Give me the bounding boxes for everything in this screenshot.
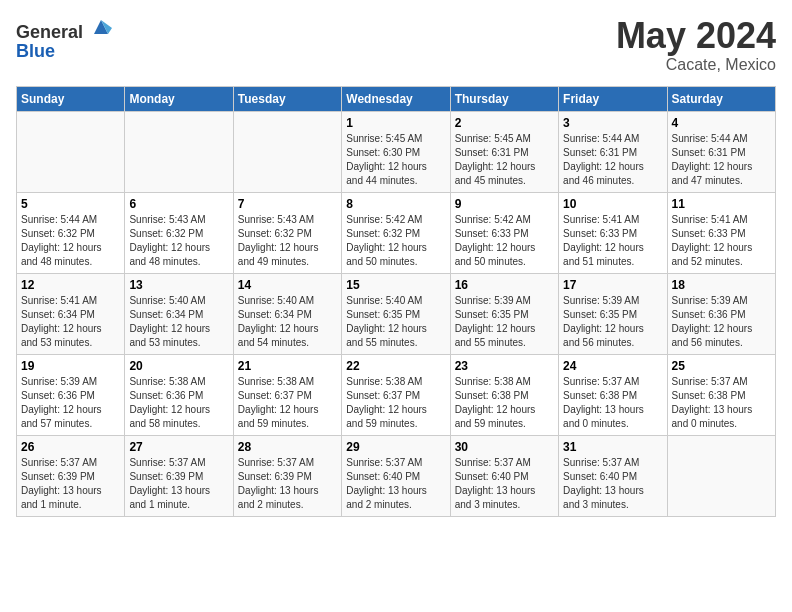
day-number: 29 — [346, 440, 445, 454]
day-info: Sunrise: 5:39 AM Sunset: 6:36 PM Dayligh… — [672, 294, 771, 350]
day-info: Sunrise: 5:42 AM Sunset: 6:32 PM Dayligh… — [346, 213, 445, 269]
day-number: 15 — [346, 278, 445, 292]
calendar-cell: 30Sunrise: 5:37 AM Sunset: 6:40 PM Dayli… — [450, 435, 558, 516]
day-info: Sunrise: 5:45 AM Sunset: 6:31 PM Dayligh… — [455, 132, 554, 188]
day-number: 20 — [129, 359, 228, 373]
day-number: 10 — [563, 197, 662, 211]
day-info: Sunrise: 5:37 AM Sunset: 6:38 PM Dayligh… — [672, 375, 771, 431]
day-number: 5 — [21, 197, 120, 211]
day-info: Sunrise: 5:42 AM Sunset: 6:33 PM Dayligh… — [455, 213, 554, 269]
calendar-body: 1Sunrise: 5:45 AM Sunset: 6:30 PM Daylig… — [17, 111, 776, 516]
calendar-week-row: 19Sunrise: 5:39 AM Sunset: 6:36 PM Dayli… — [17, 354, 776, 435]
calendar-cell — [17, 111, 125, 192]
day-number: 19 — [21, 359, 120, 373]
day-info: Sunrise: 5:37 AM Sunset: 6:40 PM Dayligh… — [563, 456, 662, 512]
day-info: Sunrise: 5:44 AM Sunset: 6:31 PM Dayligh… — [672, 132, 771, 188]
day-info: Sunrise: 5:44 AM Sunset: 6:31 PM Dayligh… — [563, 132, 662, 188]
calendar-cell: 9Sunrise: 5:42 AM Sunset: 6:33 PM Daylig… — [450, 192, 558, 273]
day-info: Sunrise: 5:37 AM Sunset: 6:39 PM Dayligh… — [238, 456, 337, 512]
day-info: Sunrise: 5:38 AM Sunset: 6:37 PM Dayligh… — [238, 375, 337, 431]
day-number: 23 — [455, 359, 554, 373]
calendar-cell: 19Sunrise: 5:39 AM Sunset: 6:36 PM Dayli… — [17, 354, 125, 435]
day-info: Sunrise: 5:37 AM Sunset: 6:38 PM Dayligh… — [563, 375, 662, 431]
logo-general: General — [16, 22, 83, 42]
day-info: Sunrise: 5:41 AM Sunset: 6:33 PM Dayligh… — [563, 213, 662, 269]
day-number: 24 — [563, 359, 662, 373]
calendar-title: May 2024 — [616, 16, 776, 56]
day-number: 17 — [563, 278, 662, 292]
day-info: Sunrise: 5:43 AM Sunset: 6:32 PM Dayligh… — [238, 213, 337, 269]
day-number: 27 — [129, 440, 228, 454]
day-number: 18 — [672, 278, 771, 292]
calendar-cell: 15Sunrise: 5:40 AM Sunset: 6:35 PM Dayli… — [342, 273, 450, 354]
header-row: Sunday Monday Tuesday Wednesday Thursday… — [17, 86, 776, 111]
logo-icon — [90, 16, 112, 38]
day-number: 26 — [21, 440, 120, 454]
calendar-cell: 6Sunrise: 5:43 AM Sunset: 6:32 PM Daylig… — [125, 192, 233, 273]
day-info: Sunrise: 5:37 AM Sunset: 6:40 PM Dayligh… — [455, 456, 554, 512]
header-wednesday: Wednesday — [342, 86, 450, 111]
calendar-cell: 31Sunrise: 5:37 AM Sunset: 6:40 PM Dayli… — [559, 435, 667, 516]
day-number: 11 — [672, 197, 771, 211]
calendar-cell: 21Sunrise: 5:38 AM Sunset: 6:37 PM Dayli… — [233, 354, 341, 435]
calendar-cell: 7Sunrise: 5:43 AM Sunset: 6:32 PM Daylig… — [233, 192, 341, 273]
day-number: 25 — [672, 359, 771, 373]
calendar-cell: 17Sunrise: 5:39 AM Sunset: 6:35 PM Dayli… — [559, 273, 667, 354]
day-info: Sunrise: 5:38 AM Sunset: 6:38 PM Dayligh… — [455, 375, 554, 431]
calendar-cell: 11Sunrise: 5:41 AM Sunset: 6:33 PM Dayli… — [667, 192, 775, 273]
day-number: 4 — [672, 116, 771, 130]
day-info: Sunrise: 5:37 AM Sunset: 6:40 PM Dayligh… — [346, 456, 445, 512]
day-info: Sunrise: 5:40 AM Sunset: 6:35 PM Dayligh… — [346, 294, 445, 350]
day-info: Sunrise: 5:40 AM Sunset: 6:34 PM Dayligh… — [129, 294, 228, 350]
day-info: Sunrise: 5:38 AM Sunset: 6:37 PM Dayligh… — [346, 375, 445, 431]
day-number: 7 — [238, 197, 337, 211]
calendar-cell: 25Sunrise: 5:37 AM Sunset: 6:38 PM Dayli… — [667, 354, 775, 435]
header-tuesday: Tuesday — [233, 86, 341, 111]
day-number: 2 — [455, 116, 554, 130]
calendar-subtitle: Cacate, Mexico — [616, 56, 776, 74]
calendar-cell: 13Sunrise: 5:40 AM Sunset: 6:34 PM Dayli… — [125, 273, 233, 354]
calendar-cell: 12Sunrise: 5:41 AM Sunset: 6:34 PM Dayli… — [17, 273, 125, 354]
calendar-cell: 20Sunrise: 5:38 AM Sunset: 6:36 PM Dayli… — [125, 354, 233, 435]
day-number: 30 — [455, 440, 554, 454]
calendar-week-row: 26Sunrise: 5:37 AM Sunset: 6:39 PM Dayli… — [17, 435, 776, 516]
logo: General Blue — [16, 16, 112, 61]
day-info: Sunrise: 5:39 AM Sunset: 6:35 PM Dayligh… — [563, 294, 662, 350]
page-header: General Blue May 2024 Cacate, Mexico — [16, 16, 776, 74]
day-info: Sunrise: 5:41 AM Sunset: 6:34 PM Dayligh… — [21, 294, 120, 350]
calendar-cell — [233, 111, 341, 192]
calendar-cell: 26Sunrise: 5:37 AM Sunset: 6:39 PM Dayli… — [17, 435, 125, 516]
title-block: May 2024 Cacate, Mexico — [616, 16, 776, 74]
calendar-cell: 1Sunrise: 5:45 AM Sunset: 6:30 PM Daylig… — [342, 111, 450, 192]
calendar-table: Sunday Monday Tuesday Wednesday Thursday… — [16, 86, 776, 517]
day-info: Sunrise: 5:43 AM Sunset: 6:32 PM Dayligh… — [129, 213, 228, 269]
day-info: Sunrise: 5:41 AM Sunset: 6:33 PM Dayligh… — [672, 213, 771, 269]
day-info: Sunrise: 5:38 AM Sunset: 6:36 PM Dayligh… — [129, 375, 228, 431]
calendar-cell: 28Sunrise: 5:37 AM Sunset: 6:39 PM Dayli… — [233, 435, 341, 516]
day-number: 13 — [129, 278, 228, 292]
day-number: 8 — [346, 197, 445, 211]
day-number: 28 — [238, 440, 337, 454]
day-info: Sunrise: 5:39 AM Sunset: 6:36 PM Dayligh… — [21, 375, 120, 431]
header-monday: Monday — [125, 86, 233, 111]
calendar-cell: 23Sunrise: 5:38 AM Sunset: 6:38 PM Dayli… — [450, 354, 558, 435]
day-number: 9 — [455, 197, 554, 211]
calendar-cell: 29Sunrise: 5:37 AM Sunset: 6:40 PM Dayli… — [342, 435, 450, 516]
calendar-cell: 5Sunrise: 5:44 AM Sunset: 6:32 PM Daylig… — [17, 192, 125, 273]
day-number: 22 — [346, 359, 445, 373]
calendar-cell: 22Sunrise: 5:38 AM Sunset: 6:37 PM Dayli… — [342, 354, 450, 435]
calendar-cell: 27Sunrise: 5:37 AM Sunset: 6:39 PM Dayli… — [125, 435, 233, 516]
day-number: 16 — [455, 278, 554, 292]
day-info: Sunrise: 5:37 AM Sunset: 6:39 PM Dayligh… — [129, 456, 228, 512]
day-number: 3 — [563, 116, 662, 130]
header-thursday: Thursday — [450, 86, 558, 111]
calendar-cell: 14Sunrise: 5:40 AM Sunset: 6:34 PM Dayli… — [233, 273, 341, 354]
day-info: Sunrise: 5:37 AM Sunset: 6:39 PM Dayligh… — [21, 456, 120, 512]
day-number: 12 — [21, 278, 120, 292]
calendar-week-row: 5Sunrise: 5:44 AM Sunset: 6:32 PM Daylig… — [17, 192, 776, 273]
header-sunday: Sunday — [17, 86, 125, 111]
calendar-cell: 10Sunrise: 5:41 AM Sunset: 6:33 PM Dayli… — [559, 192, 667, 273]
calendar-cell: 2Sunrise: 5:45 AM Sunset: 6:31 PM Daylig… — [450, 111, 558, 192]
day-info: Sunrise: 5:39 AM Sunset: 6:35 PM Dayligh… — [455, 294, 554, 350]
calendar-cell: 4Sunrise: 5:44 AM Sunset: 6:31 PM Daylig… — [667, 111, 775, 192]
